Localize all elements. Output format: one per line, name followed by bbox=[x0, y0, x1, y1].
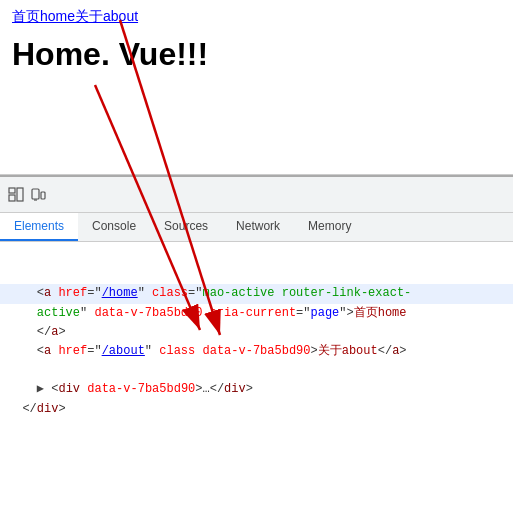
code-line bbox=[0, 265, 513, 284]
nav-link-home[interactable]: 首页home关于about bbox=[12, 8, 138, 24]
devtools-tabs: Elements Console Sources Network Memory bbox=[0, 213, 513, 242]
svg-rect-7 bbox=[41, 192, 45, 199]
nav-links[interactable]: 首页home关于about bbox=[12, 8, 501, 26]
code-line bbox=[0, 246, 513, 265]
svg-rect-4 bbox=[9, 195, 15, 201]
svg-rect-6 bbox=[32, 189, 39, 199]
page-title: Home. Vue!!! bbox=[12, 36, 501, 73]
browser-page: 首页home关于about Home. Vue!!! bbox=[0, 0, 513, 175]
code-line: </div> bbox=[0, 400, 513, 419]
tab-memory[interactable]: Memory bbox=[294, 213, 365, 241]
code-line: active" data-v-7ba5bd90 aria-current="pa… bbox=[0, 304, 513, 323]
tab-sources[interactable]: Sources bbox=[150, 213, 222, 241]
inspect-icon[interactable] bbox=[6, 185, 26, 205]
code-line-highlighted[interactable]: <a href="/home" class="mao-active router… bbox=[0, 284, 513, 303]
tab-elements[interactable]: Elements bbox=[0, 213, 78, 241]
svg-rect-3 bbox=[9, 188, 15, 193]
device-icon[interactable] bbox=[28, 185, 48, 205]
tab-console[interactable]: Console bbox=[78, 213, 150, 241]
devtools-code-panel[interactable]: <a href="/home" class="mao-active router… bbox=[0, 242, 513, 524]
devtools-panel: Elements Console Sources Network Memory … bbox=[0, 175, 513, 524]
code-line bbox=[0, 361, 513, 380]
code-line: <a href="/about" class data-v-7ba5bd90>关… bbox=[0, 342, 513, 361]
tab-network[interactable]: Network bbox=[222, 213, 294, 241]
code-line: </a> bbox=[0, 323, 513, 342]
svg-rect-5 bbox=[17, 188, 23, 201]
devtools-toolbar bbox=[0, 177, 513, 213]
code-line[interactable]: ▶ <div data-v-7ba5bd90>…</div> bbox=[0, 380, 513, 399]
